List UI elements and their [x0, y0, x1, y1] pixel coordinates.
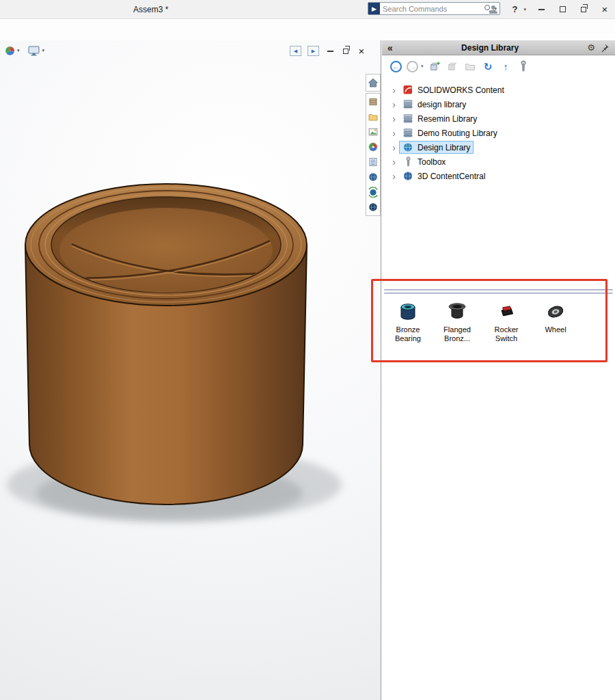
- tree-row-resemin-library[interactable]: › Resemin Library: [389, 111, 615, 126]
- task-tab-globe-sync[interactable]: [366, 185, 380, 200]
- globe-dark-icon: [368, 202, 379, 213]
- gear-icon[interactable]: ⚙: [587, 43, 595, 52]
- close-button[interactable]: ×: [599, 3, 611, 16]
- restore-button[interactable]: [577, 3, 590, 16]
- task-tab-globe-1[interactable]: [366, 170, 380, 185]
- task-tab-file-explorer[interactable]: [366, 109, 380, 124]
- pane-splitter[interactable]: [384, 289, 613, 296]
- minimize-icon: [538, 9, 545, 10]
- library-item-label: Rocker Switch: [484, 325, 529, 343]
- library-item-flanged-bronze[interactable]: Flanged Bronz...: [433, 300, 482, 343]
- tree-row-body[interactable]: Toolbox: [399, 155, 449, 168]
- expand-chevron-icon[interactable]: ›: [389, 143, 399, 152]
- splitter-line: [384, 289, 613, 291]
- title-bar-buttons: ? ▾ ×: [487, 0, 611, 18]
- task-pane: « Design Library ⚙ ← → ▾ +: [382, 40, 615, 700]
- svg-text:+: +: [437, 60, 441, 67]
- up-to-parent-button[interactable]: ↑: [500, 60, 512, 72]
- library-item-bronze-bearing[interactable]: Bronze Bearing: [383, 300, 433, 343]
- doc-close-button[interactable]: ×: [357, 46, 366, 56]
- doc-restore-button[interactable]: [341, 46, 351, 56]
- collapse-pane-button[interactable]: «: [387, 43, 393, 53]
- library-items: Bronze Bearing Flanged Bronz...: [383, 300, 580, 343]
- pin-icon[interactable]: [600, 43, 610, 53]
- tree-label: SOLIDWORKS Content: [418, 85, 504, 95]
- library-tree: › SOLIDWORKS Content ›: [382, 77, 615, 183]
- tree-label: design library: [418, 100, 466, 109]
- graphics-area[interactable]: ▾ ▾ ◀ ▶ ×: [0, 40, 381, 700]
- task-tab-view-palette[interactable]: [366, 124, 380, 139]
- rocker-switch-thumb-icon: [495, 300, 518, 323]
- new-folder-button-disabled[interactable]: [464, 60, 477, 72]
- display-monitor-icon[interactable]: [27, 45, 40, 56]
- library-item-label: Flanged Bronz...: [435, 325, 480, 343]
- globe-refresh-icon: [368, 187, 379, 198]
- shelf-icon: [368, 96, 379, 107]
- tree-row-demo-routing-library[interactable]: › Demo Routing Library: [389, 126, 615, 140]
- forward-button[interactable]: →: [407, 61, 418, 72]
- person-icon: [488, 4, 499, 15]
- library-item-wheel[interactable]: Wheel: [531, 300, 580, 343]
- folder-icon: [368, 111, 379, 122]
- add-to-library-button[interactable]: +: [428, 60, 441, 72]
- library-stack-icon: [402, 113, 414, 124]
- user-account-icon[interactable]: [487, 3, 500, 16]
- task-pane-tab-strip: [366, 74, 381, 217]
- model-viewport-canvas[interactable]: [0, 40, 381, 700]
- expand-chevron-icon[interactable]: ›: [389, 172, 399, 181]
- doc-minimize-icon: [327, 51, 333, 52]
- expand-chevron-icon[interactable]: ›: [389, 100, 399, 109]
- design-library-globe-icon: [402, 142, 414, 152]
- help-button[interactable]: ?: [508, 3, 521, 16]
- tree-row-body[interactable]: design library: [399, 98, 469, 111]
- expand-chevron-icon[interactable]: ›: [389, 114, 399, 124]
- previous-window-button[interactable]: ◀: [290, 46, 301, 56]
- history-caret-icon[interactable]: ▾: [421, 64, 424, 69]
- tree-row-design-library-folder[interactable]: › design library: [389, 97, 615, 111]
- tree-row-body[interactable]: Resemin Library: [399, 112, 480, 125]
- search-commands-box[interactable]: ▶ ▾: [368, 2, 500, 15]
- contentcentral-globe-icon: [402, 171, 414, 181]
- tree-row-design-library-selected[interactable]: › Design Library: [389, 140, 615, 154]
- tree-row-body-selected[interactable]: Design Library: [399, 141, 474, 154]
- list-icon: [368, 157, 379, 167]
- tree-label: Toolbox: [418, 157, 446, 167]
- task-tab-globe-2[interactable]: [366, 200, 380, 215]
- display-caret-icon[interactable]: ▾: [42, 48, 45, 53]
- expand-chevron-icon[interactable]: ›: [389, 85, 399, 95]
- tree-row-body[interactable]: 3D ContentCentral: [399, 170, 489, 183]
- tree-row-toolbox[interactable]: › Toolbox: [389, 154, 615, 169]
- search-scope-icon[interactable]: ▶: [368, 3, 380, 14]
- maximize-button[interactable]: [556, 3, 569, 16]
- refresh-button[interactable]: ↻: [482, 60, 495, 72]
- expand-chevron-icon[interactable]: ›: [389, 157, 399, 167]
- appearance-caret-icon[interactable]: ▾: [17, 48, 20, 53]
- tree-row-body[interactable]: Demo Routing Library: [399, 126, 501, 139]
- next-window-button[interactable]: ▶: [308, 46, 319, 56]
- collapsed-ribbon-area: [0, 19, 615, 40]
- task-tab-custom-properties[interactable]: [366, 154, 380, 170]
- bronze-bearing-thumb-icon: [396, 300, 420, 323]
- tree-row-solidworks-content[interactable]: › SOLIDWORKS Content: [389, 83, 615, 97]
- help-caret-icon[interactable]: ▾: [523, 7, 526, 12]
- back-button[interactable]: ←: [390, 61, 402, 72]
- tree-label: Demo Routing Library: [418, 129, 497, 138]
- task-tab-home[interactable]: [366, 75, 380, 90]
- search-input[interactable]: [380, 5, 484, 13]
- minimize-button[interactable]: [535, 3, 547, 16]
- task-tab-appearances[interactable]: [366, 139, 380, 154]
- expand-chevron-icon[interactable]: ›: [389, 129, 399, 138]
- task-tab-resources[interactable]: [366, 94, 380, 109]
- appearance-icon[interactable]: [5, 46, 15, 56]
- doc-close-icon: ×: [359, 46, 365, 56]
- picture-icon: [368, 126, 379, 137]
- solidworks-content-icon: [402, 85, 414, 95]
- tree-row-3d-contentcentral[interactable]: › 3D ContentCentral: [389, 169, 615, 183]
- tree-row-body[interactable]: SOLIDWORKS Content: [399, 83, 508, 96]
- toolbox-config-button[interactable]: [517, 60, 530, 72]
- globe-icon: [368, 172, 379, 183]
- doc-minimize-button[interactable]: [325, 46, 335, 56]
- add-file-button-disabled[interactable]: [446, 60, 459, 72]
- library-item-rocker-switch[interactable]: Rocker Switch: [482, 300, 531, 343]
- wheel-thumb-icon: [544, 300, 567, 323]
